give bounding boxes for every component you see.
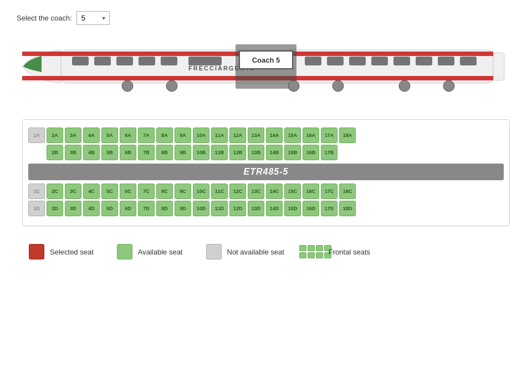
coach-dropdown-wrapper[interactable]: 5	[76, 11, 110, 25]
seat-label-13C: 13C	[249, 185, 263, 197]
seat-11D[interactable]: 11D	[211, 201, 228, 216]
svg-point-23	[332, 80, 344, 91]
svg-rect-5	[94, 57, 111, 65]
seat-6A[interactable]: 6A	[120, 128, 136, 143]
legend: Selected seat Available seat Not availab…	[17, 243, 515, 261]
seat-5B[interactable]: 5B	[101, 145, 118, 160]
seat-17B[interactable]: 17B	[321, 145, 337, 160]
seat-13C[interactable]: 13C	[248, 184, 264, 199]
seat-label-3B: 3B	[66, 146, 80, 159]
seat-label-5C: 5C	[103, 185, 116, 197]
seat-label-14B: 14B	[268, 146, 281, 159]
seat-label-8A: 8A	[158, 129, 171, 141]
frontal-seats-icon	[306, 243, 324, 261]
seat-18D[interactable]: 18D	[339, 201, 356, 216]
seat-9B[interactable]: 9B	[175, 145, 191, 160]
seat-11B[interactable]: 11B	[211, 145, 228, 160]
seat-row-D: 1D2D3D4D5D6D7D8D9D10D11D12D13D14D15D16D1…	[28, 201, 504, 216]
seat-7B[interactable]: 7B	[138, 145, 155, 160]
seat-10B[interactable]: 10B	[193, 145, 209, 160]
svg-rect-12	[327, 57, 344, 65]
seat-2C[interactable]: 2C	[47, 184, 63, 199]
seat-10D[interactable]: 10D	[193, 201, 209, 216]
seat-4B[interactable]: 4B	[83, 145, 100, 160]
seat-label-2D: 2D	[48, 202, 62, 215]
seat-13D[interactable]: 13D	[248, 201, 264, 216]
seat-3C[interactable]: 3C	[65, 184, 81, 199]
seat-12C[interactable]: 12C	[229, 184, 246, 199]
seat-1C[interactable]: 1C	[28, 184, 45, 199]
seat-4C[interactable]: 4C	[83, 184, 100, 199]
seat-15C[interactable]: 15C	[284, 184, 301, 199]
seat-14C[interactable]: 14C	[266, 184, 283, 199]
seat-16C[interactable]: 16C	[303, 184, 319, 199]
seat-label-4D: 4D	[85, 202, 98, 215]
seat-12B[interactable]: 12B	[229, 145, 246, 160]
seat-7A[interactable]: 7A	[138, 128, 155, 143]
seat-5C[interactable]: 5C	[101, 184, 118, 199]
available-seat-icon	[116, 243, 134, 261]
seat-17C[interactable]: 17C	[321, 184, 337, 199]
frontal-col-1	[299, 245, 306, 258]
seat-16B[interactable]: 16B	[303, 145, 319, 160]
seat-15B[interactable]: 15B	[284, 145, 301, 160]
seat-8A[interactable]: 8A	[156, 128, 173, 143]
seat-4D[interactable]: 4D	[83, 201, 100, 216]
seat-10C[interactable]: 10C	[193, 184, 209, 199]
seat-label-6A: 6A	[121, 129, 135, 141]
seat-8C[interactable]: 8C	[156, 184, 173, 199]
seat-3D[interactable]: 3D	[65, 201, 81, 216]
seat-7D[interactable]: 7D	[138, 201, 155, 216]
seat-11A[interactable]: 11A	[211, 128, 228, 143]
seat-10A[interactable]: 10A	[193, 128, 209, 143]
seat-5D[interactable]: 5D	[101, 201, 118, 216]
svg-rect-7	[139, 57, 155, 65]
seat-9A[interactable]: 9A	[175, 128, 191, 143]
seat-12D[interactable]: 12D	[229, 201, 246, 216]
seat-3B[interactable]: 3B	[65, 145, 81, 160]
train-illustration: FRECCIARGENTO Coach 5	[17, 36, 515, 103]
seat-6B[interactable]: 6B	[120, 145, 136, 160]
seat-13A[interactable]: 13A	[248, 128, 264, 143]
seat-15A[interactable]: 15A	[284, 128, 301, 143]
seat-12A[interactable]: 12A	[229, 128, 246, 143]
seat-16D[interactable]: 16D	[303, 201, 319, 216]
seat-18A[interactable]: 18A	[339, 128, 356, 143]
svg-rect-1	[493, 53, 504, 80]
seat-1D[interactable]: 1D	[28, 201, 45, 216]
seat-6D[interactable]: 6D	[120, 201, 136, 216]
seat-14D[interactable]: 14D	[266, 201, 283, 216]
seat-15D[interactable]: 15D	[284, 201, 301, 216]
seat-16A[interactable]: 16A	[303, 128, 319, 143]
seat-label-13A: 13A	[249, 129, 263, 141]
seat-17D[interactable]: 17D	[321, 201, 337, 216]
seat-17A[interactable]: 17A	[321, 128, 337, 143]
train-svg: FRECCIARGENTO Coach 5	[17, 36, 515, 97]
seat-18C[interactable]: 18C	[339, 184, 356, 199]
seat-2D[interactable]: 2D	[47, 201, 63, 216]
frontal-col-2	[308, 245, 315, 258]
seat-9C[interactable]: 9C	[175, 184, 191, 199]
seat-14A[interactable]: 14A	[266, 128, 283, 143]
seat-label-11C: 11C	[213, 185, 226, 197]
seat-8B[interactable]: 8B	[156, 145, 173, 160]
seat-7C[interactable]: 7C	[138, 184, 155, 199]
seat-5A[interactable]: 5A	[101, 128, 118, 143]
seat-2A[interactable]: 2A	[47, 128, 63, 143]
seat-2B[interactable]: 2B	[47, 145, 63, 160]
seat-label-15C: 15C	[286, 185, 299, 197]
coach-dropdown[interactable]: 5	[76, 11, 110, 25]
seat-4A[interactable]: 4A	[83, 128, 100, 143]
seat-label-3C: 3C	[66, 185, 80, 197]
seat-9D[interactable]: 9D	[175, 201, 191, 216]
seat-label-6D: 6D	[121, 202, 135, 215]
seat-11C[interactable]: 11C	[211, 184, 228, 199]
seat-8D[interactable]: 8D	[156, 201, 173, 216]
train-model-divider: ETR485-5	[28, 164, 504, 180]
seat-14B[interactable]: 14B	[266, 145, 283, 160]
seat-3A[interactable]: 3A	[65, 128, 81, 143]
seat-label-2A: 2A	[48, 129, 62, 141]
seat-1A[interactable]: 1A	[28, 128, 45, 143]
seat-6C[interactable]: 6C	[120, 184, 136, 199]
seat-13B[interactable]: 13B	[248, 145, 264, 160]
